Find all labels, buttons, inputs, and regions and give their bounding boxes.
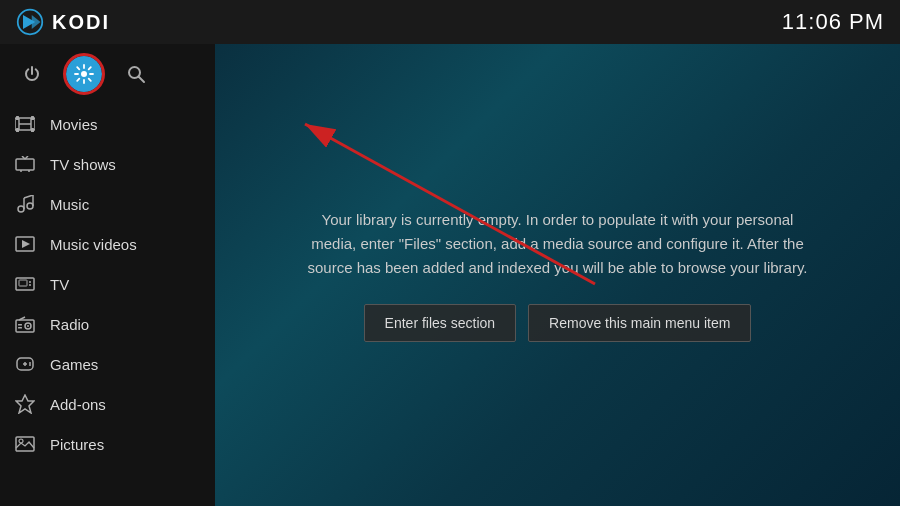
sidebar-item-games[interactable]: Games (0, 344, 215, 384)
power-icon (22, 64, 42, 84)
svg-point-39 (29, 362, 31, 364)
svg-line-23 (24, 195, 33, 198)
app-title: KODI (52, 11, 110, 34)
settings-button[interactable] (66, 56, 102, 92)
svg-rect-12 (16, 128, 19, 132)
search-button[interactable] (118, 56, 154, 92)
sidebar-item-radio[interactable]: Radio (0, 304, 215, 344)
movies-icon (14, 113, 36, 135)
pictures-icon (14, 433, 36, 455)
music-icon (14, 193, 36, 215)
enter-files-button[interactable]: Enter files section (364, 304, 517, 342)
sidebar-item-movies[interactable]: Movies (0, 104, 215, 144)
sidebar-item-music[interactable]: Music (0, 184, 215, 224)
tv-label: TV (50, 276, 69, 293)
games-label: Games (50, 356, 98, 373)
movies-label: Movies (50, 116, 98, 133)
svg-point-19 (18, 206, 24, 212)
kodi-logo-icon (16, 8, 44, 36)
svg-rect-13 (31, 128, 34, 132)
music-videos-label: Music videos (50, 236, 137, 253)
svg-marker-41 (16, 395, 34, 413)
addons-label: Add-ons (50, 396, 106, 413)
svg-point-3 (81, 71, 87, 77)
app-container: KODI 11:06 PM (0, 0, 900, 506)
search-icon (126, 64, 146, 84)
tv-shows-label: TV shows (50, 156, 116, 173)
radio-label: Radio (50, 316, 89, 333)
music-label: Music (50, 196, 89, 213)
tv-shows-icon (14, 153, 36, 175)
sidebar-item-music-videos[interactable]: Music videos (0, 224, 215, 264)
svg-rect-14 (16, 159, 34, 170)
addons-icon (14, 393, 36, 415)
svg-rect-10 (16, 116, 19, 120)
content-message: Your library is currently empty. In orde… (298, 208, 818, 280)
sidebar: Movies TV shows Music (0, 44, 215, 506)
svg-point-20 (27, 203, 33, 209)
content-box: Your library is currently empty. In orde… (278, 188, 838, 362)
sidebar-top-icons (0, 52, 215, 104)
settings-icon (74, 64, 94, 84)
svg-line-5 (139, 77, 145, 83)
music-videos-icon (14, 233, 36, 255)
sidebar-item-pictures[interactable]: Pictures (0, 424, 215, 464)
svg-point-28 (29, 281, 31, 283)
kodi-logo: KODI (16, 8, 110, 36)
sidebar-item-tv-shows[interactable]: TV shows (0, 144, 215, 184)
svg-rect-34 (18, 324, 22, 326)
svg-rect-11 (31, 116, 34, 120)
radio-icon (14, 313, 36, 335)
svg-rect-27 (19, 280, 27, 286)
sidebar-item-addons[interactable]: Add-ons (0, 384, 215, 424)
sidebar-item-tv[interactable]: TV (0, 264, 215, 304)
svg-rect-35 (18, 327, 22, 329)
svg-point-40 (29, 364, 31, 366)
svg-point-33 (27, 325, 29, 327)
top-bar: KODI 11:06 PM (0, 0, 900, 44)
svg-point-29 (29, 284, 31, 286)
svg-marker-2 (32, 15, 41, 29)
pictures-label: Pictures (50, 436, 104, 453)
clock: 11:06 PM (782, 9, 884, 35)
remove-menu-item-button[interactable]: Remove this main menu item (528, 304, 751, 342)
tv-icon (14, 273, 36, 295)
content-buttons: Enter files section Remove this main men… (298, 304, 818, 342)
content-area: Your library is currently empty. In orde… (215, 44, 900, 506)
games-icon (14, 353, 36, 375)
sidebar-nav: Movies TV shows Music (0, 104, 215, 464)
svg-marker-25 (22, 240, 30, 248)
main-layout: Movies TV shows Music (0, 44, 900, 506)
power-button[interactable] (14, 56, 50, 92)
